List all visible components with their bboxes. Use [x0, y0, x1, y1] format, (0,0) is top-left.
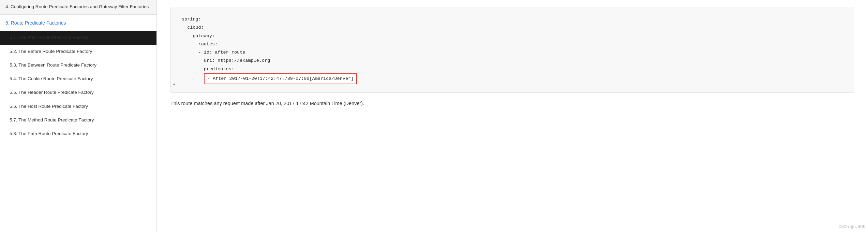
- main-content: spring: cloud: gateway: routes: - id: af…: [157, 0, 868, 232]
- item-5-4-label: 5.4. The Cookie Route Predicate Factory: [10, 76, 93, 81]
- section-5-label: 5. Route Predicate Factories: [5, 20, 66, 26]
- code-line-8: - After=2017-01-20T17:42:47.789-07:00[Am…: [182, 73, 843, 84]
- bottom-description: This route matches any request made afte…: [170, 100, 854, 107]
- code-line-4: routes:: [182, 40, 843, 48]
- item-5-1-label: 5.1. The After Route Predicate Factory: [10, 35, 88, 40]
- scroll-left-arrow[interactable]: ◂: [172, 79, 176, 90]
- item-5-3-label: 5.3. The Between Route Predicate Factory: [10, 62, 96, 68]
- code-line-1: spring:: [182, 15, 843, 24]
- code-line-2: cloud:: [182, 24, 843, 32]
- sidebar-item-5-8[interactable]: 5.8. The Path Route Predicate Factory: [0, 127, 156, 141]
- sidebar-item-5-6[interactable]: 5.6. The Host Route Predicate Factory: [0, 100, 156, 113]
- item-5-6-label: 5.6. The Host Route Predicate Factory: [10, 104, 88, 109]
- code-line-3: gateway:: [182, 32, 843, 40]
- highlighted-predicate: - After=2017-01-20T17:42:47.789-07:00[Am…: [204, 73, 357, 84]
- code-line-7: predicates:: [182, 65, 843, 73]
- sidebar-chapter-4[interactable]: 4. Configuring Route Predicate Factories…: [0, 0, 156, 14]
- sidebar-item-5-4[interactable]: 5.4. The Cookie Route Predicate Factory: [0, 72, 156, 86]
- sidebar: 4. Configuring Route Predicate Factories…: [0, 0, 157, 232]
- sidebar-section-5[interactable]: 5. Route Predicate Factories: [0, 15, 156, 31]
- watermark: CSDN @大米粥: [839, 224, 865, 229]
- item-5-5-label: 5.5. The Header Route Predicate Factory: [10, 90, 94, 95]
- chapter-4-label: 4. Configuring Route Predicate Factories…: [5, 4, 149, 9]
- sidebar-item-5-2[interactable]: 5.2. The Before Route Predicate Factory: [0, 45, 156, 58]
- sidebar-item-5-7[interactable]: 5.7. The Method Route Predicate Factory: [0, 113, 156, 127]
- code-line-6: uri: https://example.org: [182, 57, 843, 65]
- item-5-7-label: 5.7. The Method Route Predicate Factory: [10, 117, 94, 122]
- sidebar-item-5-1[interactable]: 5.1. The After Route Predicate Factory: [0, 31, 156, 44]
- code-line-5: - id: after_route: [182, 48, 843, 57]
- item-5-2-label: 5.2. The Before Route Predicate Factory: [10, 49, 92, 54]
- sidebar-item-5-5[interactable]: 5.5. The Header Route Predicate Factory: [0, 86, 156, 99]
- sidebar-item-5-3[interactable]: 5.3. The Between Route Predicate Factory: [0, 58, 156, 72]
- item-5-8-label: 5.8. The Path Route Predicate Factory: [10, 131, 88, 136]
- divider: [0, 14, 156, 15]
- code-block: spring: cloud: gateway: routes: - id: af…: [170, 7, 854, 93]
